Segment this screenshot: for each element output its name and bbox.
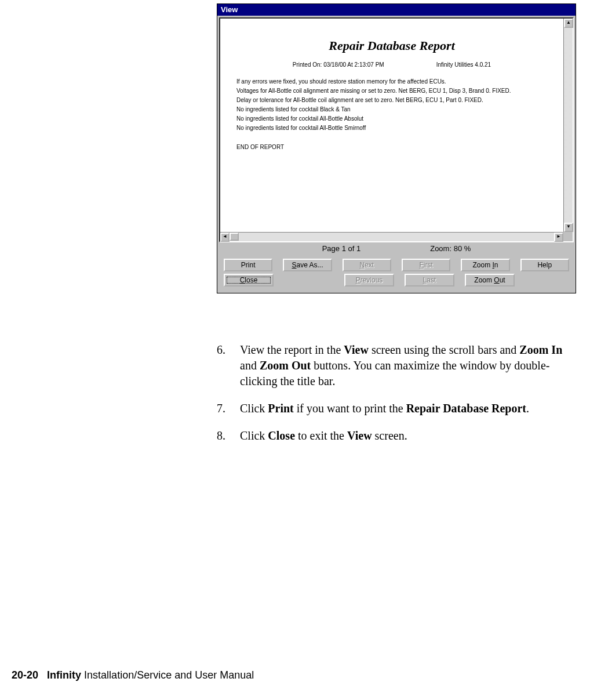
report-printed: Printed On: 03/18/00 At 2:13:07 PM: [293, 61, 384, 68]
previous-button: Previous: [344, 274, 394, 286]
status-line: Page 1 of 1 Zoom: 80 %: [219, 242, 574, 255]
report-viewport: Repair Database Report Printed On: 03/18…: [219, 17, 574, 242]
report-lines: If any errors were fixed, you should res…: [236, 78, 547, 131]
report-subheader: Printed On: 03/18/00 At 2:13:07 PM Infin…: [236, 61, 547, 68]
print-button[interactable]: Print: [224, 259, 272, 271]
product-name: Infinity: [47, 669, 81, 681]
vertical-scrollbar[interactable]: ▲ ▼: [563, 19, 573, 232]
scroll-right-arrow-icon[interactable]: ►: [554, 233, 563, 242]
scroll-left-arrow-icon[interactable]: ◄: [220, 233, 230, 242]
report-line: Voltages for All-Bottle coil alignment a…: [236, 88, 547, 94]
footer-rest: Installation/Service and User Manual: [81, 669, 254, 681]
step-number: 8.: [217, 428, 240, 444]
report-line: No ingredients listed for cocktail All-B…: [236, 115, 547, 122]
window-body: Repair Database Report Printed On: 03/18…: [217, 16, 576, 293]
instruction-list: 6. View the report in the View screen us…: [217, 342, 564, 455]
page-footer: 20-20 Infinity Installation/Service and …: [12, 669, 254, 681]
last-button: Last: [405, 274, 454, 286]
instruction-step-8: 8. Click Close to exit the View screen.: [217, 428, 564, 444]
report-title: Repair Database Report: [236, 38, 547, 53]
first-button: First: [402, 259, 450, 271]
horizontal-scrollbar[interactable]: ◄ ►: [220, 232, 563, 241]
report-end: END OF REPORT: [236, 144, 547, 150]
report-line: If any errors were fixed, you should res…: [236, 78, 547, 85]
page-number: 20-20: [12, 669, 38, 681]
close-button[interactable]: Close: [224, 274, 274, 286]
save-as-button[interactable]: Save As...: [283, 259, 332, 271]
report-line: Delay or tolerance for All-Bottle coil a…: [236, 97, 547, 103]
status-zoom: Zoom: 80 %: [430, 244, 471, 253]
next-button: Next: [343, 259, 391, 271]
scroll-corner: [563, 232, 573, 241]
report-app: Infinity Utilities 4.0.21: [436, 61, 491, 68]
step-text: View the report in the View screen using…: [240, 342, 564, 389]
step-text: Click Print if you want to print the Rep…: [240, 401, 529, 416]
hscroll-thumb[interactable]: [230, 233, 239, 241]
scroll-down-arrow-icon[interactable]: ▼: [564, 223, 573, 232]
step-text: Click Close to exit the View screen.: [240, 428, 407, 444]
button-panel: Print Save As... Next First Zoom In Help…: [219, 255, 574, 291]
status-page: Page 1 of 1: [322, 244, 361, 253]
zoom-out-button[interactable]: Zoom Out: [465, 274, 515, 286]
hscroll-track[interactable]: [230, 233, 554, 241]
report-line: No ingredients listed for cocktail Black…: [236, 106, 547, 113]
step-number: 6.: [217, 342, 240, 389]
scroll-up-arrow-icon[interactable]: ▲: [564, 19, 573, 28]
window-titlebar[interactable]: View: [217, 4, 576, 16]
view-window: View Repair Database Report Printed On: …: [217, 3, 576, 293]
window-title: View: [221, 5, 238, 14]
instruction-step-7: 7. Click Print if you want to print the …: [217, 401, 564, 416]
help-button[interactable]: Help: [520, 259, 569, 271]
instruction-step-6: 6. View the report in the View screen us…: [217, 342, 564, 389]
vscroll-track[interactable]: [564, 28, 573, 223]
report-line: No ingredients listed for cocktail All-B…: [236, 125, 547, 131]
report-content[interactable]: Repair Database Report Printed On: 03/18…: [220, 19, 563, 232]
zoom-in-button[interactable]: Zoom In: [461, 259, 509, 271]
step-number: 7.: [217, 401, 240, 416]
